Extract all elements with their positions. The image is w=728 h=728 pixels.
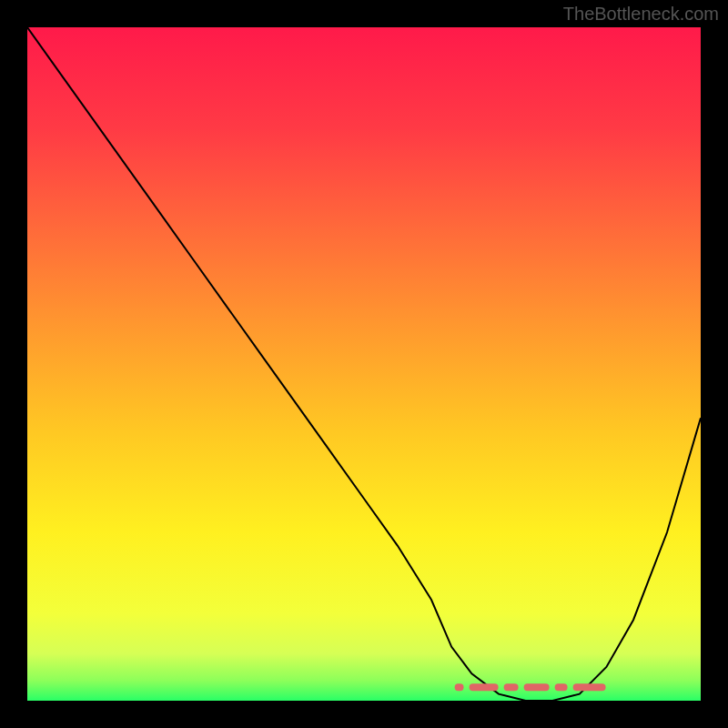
watermark-text: TheBottleneck.com xyxy=(563,4,719,25)
bottleneck-chart-svg xyxy=(27,27,701,701)
gradient-background xyxy=(27,27,701,701)
chart-area xyxy=(27,27,701,701)
